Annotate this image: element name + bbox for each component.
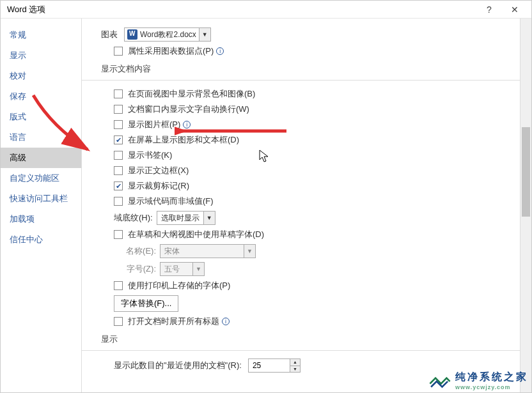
draft-font-size-combo: 五号 ▼ xyxy=(160,262,205,276)
field-shading-value: 选取时显示 xyxy=(157,213,203,224)
window-title: Word 选项 xyxy=(7,4,476,15)
chevron-down-icon: ▼ xyxy=(192,263,204,275)
close-button[interactable]: ✕ xyxy=(502,1,528,19)
opt-shapes-textbox-label: 在屏幕上显示图形和文本框(D) xyxy=(128,134,239,146)
sidebar-item-proofing[interactable]: 校对 xyxy=(1,66,81,86)
opt-shapes-textbox[interactable]: 在屏幕上显示图形和文本框(D) xyxy=(101,134,505,146)
sidebar-item-trust-center[interactable]: 信任中心 xyxy=(1,229,81,250)
divider xyxy=(82,80,520,81)
draft-font-size-row: 字号(Z): 五号 ▼ xyxy=(101,262,505,276)
recent-docs-value[interactable] xyxy=(249,359,290,372)
opt-text-boundaries-label: 显示正文边框(X) xyxy=(128,165,189,176)
opt-text-boundaries[interactable]: 显示正文边框(X) xyxy=(101,165,505,176)
chevron-down-icon: ▼ xyxy=(203,212,215,224)
sidebar-item-save[interactable]: 保存 xyxy=(1,86,81,107)
draft-font-name-combo: 宋体 ▼ xyxy=(160,244,256,258)
checkbox-icon xyxy=(114,230,123,239)
help-button[interactable]: ? xyxy=(476,1,502,19)
checkbox-icon xyxy=(114,89,123,98)
opt-bg-image-label: 在页面视图中显示背景色和图像(B) xyxy=(128,88,255,100)
spinner-up-icon[interactable]: ▲ xyxy=(290,359,300,366)
opt-picture-frame[interactable]: 显示图片框(P) i xyxy=(101,119,505,130)
watermark-url: www.ycwjzy.com xyxy=(455,384,528,390)
font-substitution-button[interactable]: 字体替换(F)... xyxy=(114,295,178,312)
options-pane: 图表 Word教程2.docx ▼ 属性采用图表数据点(P) i 显示文档内容 xyxy=(82,19,520,392)
checkbox-icon xyxy=(114,317,123,326)
titlebar: Word 选项 ? ✕ xyxy=(1,1,531,19)
sidebar-item-customize-ribbon[interactable]: 自定义功能区 xyxy=(1,168,81,189)
sidebar: 常规 显示 校对 保存 版式 语言 高级 自定义功能区 快速访问工具栏 加载项 … xyxy=(1,19,82,392)
opt-chart-datapoints[interactable]: 属性采用图表数据点(P) i xyxy=(101,45,505,57)
opt-chart-datapoints-label: 属性采用图表数据点(P) xyxy=(128,45,214,57)
checkbox-icon xyxy=(114,166,123,175)
opt-field-codes-label: 显示域代码而非域值(F) xyxy=(128,196,214,207)
sidebar-item-general[interactable]: 常规 xyxy=(1,25,81,45)
opt-crop-marks-label: 显示裁剪标记(R) xyxy=(128,180,189,192)
opt-printer-fonts-label: 使用打印机上存储的字体(P) xyxy=(128,280,230,291)
sidebar-item-advanced[interactable]: 高级 xyxy=(1,148,81,168)
opt-expand-headings[interactable]: 打开文档时展开所有标题 i xyxy=(101,316,505,327)
watermark-text: 纯净系统之家 xyxy=(455,371,528,384)
info-icon[interactable]: i xyxy=(216,47,224,55)
field-shading-combo[interactable]: 选取时显示 ▼ xyxy=(157,211,215,225)
recent-docs-label: 显示此数目的"最近使用的文档"(R): xyxy=(114,360,242,371)
checkbox-icon xyxy=(114,281,123,290)
checkbox-icon xyxy=(114,47,123,56)
sidebar-item-language[interactable]: 语言 xyxy=(1,127,81,148)
sidebar-item-display[interactable]: 显示 xyxy=(1,45,81,66)
opt-draft-font[interactable]: 在草稿和大纲视图中使用草稿字体(D) xyxy=(101,229,505,240)
section-display: 显示 xyxy=(101,334,505,345)
chart-scope-row: 图表 Word教程2.docx ▼ xyxy=(101,27,505,42)
opt-wrap-window[interactable]: 文档窗口内显示文字自动换行(W) xyxy=(101,104,505,115)
chevron-down-icon: ▼ xyxy=(199,28,210,41)
opt-picture-frame-label: 显示图片框(P) xyxy=(128,119,180,130)
opt-draft-font-label: 在草稿和大纲视图中使用草稿字体(D) xyxy=(128,229,264,240)
sidebar-item-quick-access[interactable]: 快速访问工具栏 xyxy=(1,189,81,209)
chart-scope-label: 图表 xyxy=(101,29,118,40)
divider xyxy=(82,350,520,351)
info-icon[interactable]: i xyxy=(183,121,191,128)
field-shading-row: 域底纹(H): 选取时显示 ▼ xyxy=(101,211,505,225)
info-icon[interactable]: i xyxy=(222,318,230,325)
chart-scope-doc: Word教程2.docx xyxy=(140,29,199,40)
opt-expand-headings-label: 打开文档时展开所有标题 xyxy=(128,316,219,327)
sidebar-item-layout[interactable]: 版式 xyxy=(1,107,81,127)
scrollbar-thumb[interactable] xyxy=(522,127,530,217)
opt-crop-marks[interactable]: 显示裁剪标记(R) xyxy=(101,180,505,192)
watermark: 纯净系统之家 www.ycwjzy.com xyxy=(428,371,528,390)
checkbox-icon xyxy=(114,197,123,206)
opt-bookmarks[interactable]: 显示书签(K) xyxy=(101,150,505,161)
sidebar-item-addins[interactable]: 加载项 xyxy=(1,209,81,229)
section-doc-content: 显示文档内容 xyxy=(101,63,505,75)
draft-font-size-label: 字号(Z): xyxy=(121,263,156,275)
opt-wrap-window-label: 文档窗口内显示文字自动换行(W) xyxy=(128,104,249,115)
checkbox-icon xyxy=(114,151,123,160)
recent-docs-spinner[interactable]: ▲ ▼ xyxy=(248,358,301,373)
draft-font-name-value: 宋体 xyxy=(160,246,184,257)
draft-font-size-value: 五号 xyxy=(160,264,184,275)
checkbox-icon xyxy=(114,120,123,129)
opt-bg-image[interactable]: 在页面视图中显示背景色和图像(B) xyxy=(101,88,505,100)
watermark-logo-icon xyxy=(428,373,451,389)
checkbox-checked-icon xyxy=(114,181,123,190)
opt-field-codes[interactable]: 显示域代码而非域值(F) xyxy=(101,196,505,207)
chevron-down-icon: ▼ xyxy=(244,245,255,258)
checkbox-checked-icon xyxy=(114,135,123,144)
vertical-scrollbar[interactable] xyxy=(520,19,531,392)
draft-font-name-label: 名称(E): xyxy=(121,245,156,257)
opt-bookmarks-label: 显示书签(K) xyxy=(128,150,172,161)
draft-font-name-row: 名称(E): 宋体 ▼ xyxy=(101,244,505,258)
checkbox-icon xyxy=(114,105,123,114)
word-doc-icon xyxy=(127,29,137,40)
spinner-down-icon[interactable]: ▼ xyxy=(290,366,300,373)
field-shading-label: 域底纹(H): xyxy=(114,212,153,224)
opt-printer-fonts[interactable]: 使用打印机上存储的字体(P) xyxy=(101,280,505,291)
chart-scope-combo[interactable]: Word教程2.docx ▼ xyxy=(124,27,211,42)
